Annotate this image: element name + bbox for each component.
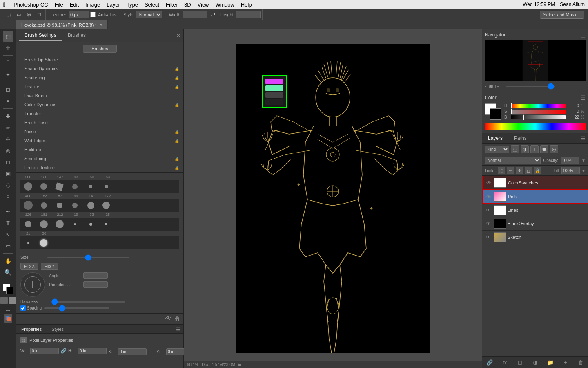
tool-crop[interactable]: ⊡: [3, 84, 13, 95]
tool-dodge[interactable]: ○: [3, 191, 13, 202]
fill-expand-icon[interactable]: ▼: [581, 168, 586, 173]
brush-preview-item[interactable]: [53, 219, 66, 229]
brush-item-texture[interactable]: Texture 🔒: [16, 82, 183, 91]
menu-select[interactable]: Select: [145, 2, 159, 8]
brush-item-transfer[interactable]: Transfer: [16, 109, 183, 118]
opacity-input[interactable]: [561, 157, 579, 164]
delete-layer-icon[interactable]: 🗑: [577, 358, 585, 366]
brush-preview-item[interactable]: [69, 219, 81, 229]
lock-transparent-icon[interactable]: ⬚: [498, 167, 505, 174]
brush-item-smoothing[interactable]: Smoothing 🔒: [16, 154, 183, 163]
brush-preview-item[interactable]: [38, 219, 50, 229]
layer-blackoverlay[interactable]: 👁 BlackOverlay: [482, 217, 588, 231]
layer-filter-shape-icon[interactable]: ⬟: [540, 145, 548, 153]
tool-history[interactable]: ◎: [3, 145, 13, 156]
apple-menu[interactable]: : [3, 1, 5, 8]
panel-close-icon[interactable]: ✕: [176, 32, 181, 39]
color-spectrum[interactable]: [485, 123, 586, 130]
brushes-tab[interactable]: Brushes: [62, 30, 91, 41]
toolbar-icon3[interactable]: ◎: [24, 10, 33, 19]
add-mask-icon[interactable]: ◻: [516, 358, 524, 366]
new-fill-layer-icon[interactable]: ◑: [531, 358, 539, 366]
menu-view[interactable]: View: [198, 2, 209, 8]
menu-filter[interactable]: Filter: [166, 2, 178, 8]
layer-vis-icon[interactable]: 👁: [485, 233, 492, 241]
tool-eyedropper[interactable]: ✦: [3, 96, 13, 106]
tool-heal[interactable]: ✚: [3, 111, 13, 121]
color-panel-menu-icon[interactable]: ☰: [580, 94, 586, 101]
swatch-green[interactable]: [265, 85, 283, 91]
brush-preview-item[interactable]: [53, 182, 66, 191]
lock-all-icon[interactable]: 🔒: [534, 167, 541, 174]
brush-item-color-dynamics[interactable]: Color Dynamics 🔒: [16, 100, 183, 109]
tool-pen[interactable]: ✒: [3, 206, 13, 217]
nav-zoom-in-icon[interactable]: +: [557, 83, 560, 89]
size-slider[interactable]: [47, 257, 129, 258]
new-group-icon[interactable]: 📁: [546, 358, 555, 366]
foreground-background-colors[interactable]: [3, 284, 13, 294]
toolbar-marquee-icon[interactable]: ⬚: [4, 10, 13, 19]
styles-tab[interactable]: Styles: [47, 325, 69, 333]
link-dimensions-icon[interactable]: 🔗: [60, 348, 67, 354]
layer-vis-icon[interactable]: 👁: [485, 179, 492, 186]
preview-eye-icon[interactable]: 👁: [165, 315, 172, 323]
menu-type[interactable]: Type: [127, 2, 138, 8]
layer-vis-icon[interactable]: 👁: [485, 206, 492, 214]
quick-mask-icon[interactable]: [0, 297, 8, 304]
nav-zoom-out-icon[interactable]: -: [485, 83, 486, 89]
navigator-menu-icon[interactable]: ☰: [580, 33, 586, 39]
background-color-swatch[interactable]: [490, 108, 501, 120]
x-input[interactable]: [118, 348, 147, 355]
tool-zoom[interactable]: 🔍: [3, 267, 13, 278]
menu-3d[interactable]: 3D: [184, 2, 191, 8]
brush-preview-item[interactable]: [85, 182, 97, 191]
brush-item-tip-shape[interactable]: Brush Tip Shape: [16, 55, 183, 64]
bri-slider[interactable]: [511, 115, 566, 119]
tool-eraser[interactable]: ◻: [3, 157, 13, 167]
document-tab[interactable]: Heyoka.psd @ 98.1% (Pink, RGB/8) * ✕: [16, 20, 108, 29]
lock-position-icon[interactable]: ✛: [516, 167, 523, 174]
brush-preview-item[interactable]: [100, 182, 112, 191]
tool-lasso[interactable]: ⌒: [3, 58, 13, 68]
menu-edit[interactable]: Edit: [70, 2, 79, 8]
brushes-button[interactable]: Brushes: [83, 45, 116, 53]
menu-window[interactable]: Window: [216, 2, 234, 8]
spacing-checkbox[interactable]: [20, 305, 26, 311]
width-input[interactable]: [183, 11, 207, 18]
brush-preview-item[interactable]: [22, 219, 34, 229]
tab-close-icon[interactable]: ✕: [99, 22, 102, 27]
brush-preview-item[interactable]: [38, 182, 50, 191]
extras-icon[interactable]: •••: [6, 308, 10, 313]
new-layer-icon[interactable]: +: [561, 358, 570, 366]
brush-preview-item[interactable]: [38, 238, 50, 248]
brush-preview-item[interactable]: [38, 200, 50, 210]
tool-hand[interactable]: ✋: [3, 256, 13, 266]
tool-blur[interactable]: ◌: [3, 180, 13, 190]
swatch-dark1[interactable]: [265, 92, 283, 98]
brush-settings-tab[interactable]: Brush Settings: [19, 30, 62, 41]
h-input[interactable]: [78, 348, 107, 354]
paths-tab[interactable]: Paths: [508, 133, 532, 143]
menu-image[interactable]: Image: [85, 2, 100, 8]
brush-preview-item[interactable]: [22, 238, 34, 248]
tool-clone[interactable]: ⊕: [3, 134, 13, 144]
brush-preview-item[interactable]: [100, 219, 112, 229]
fg-bg-small-icon[interactable]: [4, 314, 12, 323]
brush-item-shape-dynamics[interactable]: Shape Dynamics 🔒: [16, 64, 183, 73]
tool-text[interactable]: T: [3, 218, 13, 228]
style-select[interactable]: Normal: [136, 11, 162, 18]
props-panel-menu-icon[interactable]: ☰: [174, 325, 183, 333]
brush-item-scattering[interactable]: Scattering 🔒: [16, 73, 183, 82]
layer-lines[interactable]: 👁 Lines: [482, 204, 588, 217]
link-layers-icon[interactable]: 🔗: [486, 358, 494, 366]
toolbar-icon4[interactable]: ◻: [35, 10, 44, 19]
brush-item-noise[interactable]: Noise 🔒: [16, 127, 183, 136]
angle-input[interactable]: [83, 272, 108, 279]
layer-filter-smart-icon[interactable]: ◎: [550, 145, 558, 153]
properties-tab[interactable]: Properties: [16, 325, 47, 333]
brush-preview-item[interactable]: [53, 200, 66, 210]
tool-magic-wand[interactable]: ✦: [3, 69, 13, 80]
sat-slider[interactable]: [511, 110, 566, 114]
blend-mode-select[interactable]: Normal: [485, 157, 541, 164]
toolbar-icon2[interactable]: ▭: [14, 10, 23, 19]
